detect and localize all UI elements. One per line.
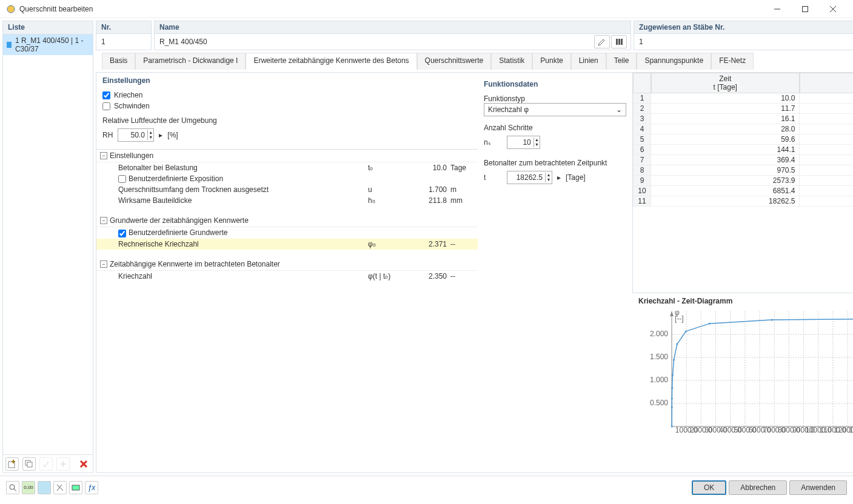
funktionstyp-select[interactable]: Kriechzahl φ ⌄	[484, 103, 626, 116]
svg-point-57	[671, 426, 673, 428]
tab-2[interactable]: Erweiterte zeitabhängige Kennwerte des B…	[246, 53, 416, 70]
tab-1[interactable]: Parametrisch - Dickwandige I	[135, 53, 246, 70]
rh-unit: [%]	[167, 131, 178, 139]
list-item[interactable]: 1 R_M1 400/450 | 1 - C30/37	[3, 35, 93, 55]
new-button[interactable]	[5, 457, 19, 471]
name-label: Name	[155, 21, 631, 34]
app-icon	[6, 4, 16, 14]
table-row[interactable]: 6144.11.449	[633, 145, 853, 155]
display-button[interactable]	[69, 481, 82, 494]
table-row[interactable]: 1118262.52.350	[633, 196, 853, 207]
tab-bar: BasisParametrisch - Dickwandige IErweite…	[96, 53, 853, 70]
rh-spinner[interactable]: ▲▼	[118, 128, 154, 142]
age-label: Betonalter zum betrachteten Zeitpunkt	[484, 159, 626, 167]
apply-button[interactable]: Anwenden	[789, 480, 847, 495]
steps-symbol: nₛ	[484, 138, 502, 147]
list-header: Liste	[3, 21, 93, 35]
name-input[interactable]	[158, 35, 593, 48]
chevron-down-icon: ⌄	[616, 105, 622, 114]
rh-symbol: RH	[102, 131, 113, 139]
row-t0: Betonalter bei Belastungt₀10.0Tage	[96, 162, 478, 173]
tab-9[interactable]: FE-Netz	[711, 53, 754, 70]
user-grundwerte-checkbox[interactable]	[118, 230, 126, 237]
table-row[interactable]: 7369.41.790	[633, 155, 853, 165]
svg-text:13000.0: 13000.0	[849, 426, 853, 434]
slider-icon[interactable]: ▸	[557, 173, 561, 182]
units-button[interactable]: 0,00	[22, 481, 35, 494]
svg-text:2.000: 2.000	[650, 330, 668, 338]
assign-label: Zugewiesen an Stäbe Nr.	[634, 21, 853, 34]
table-row[interactable]: 211.70.414	[633, 104, 853, 114]
table-row[interactable]: 316.10.610	[633, 114, 853, 124]
tab-0[interactable]: Basis	[102, 53, 135, 70]
function-button[interactable]: ƒx	[85, 481, 98, 494]
funktionstyp-label: Funktionstyp	[484, 94, 626, 103]
tab-4[interactable]: Statistik	[491, 53, 532, 70]
row-user-grund: Benutzerdefinierte Grundwerte	[96, 227, 478, 238]
zoom-button[interactable]	[6, 481, 19, 494]
group-grundwerte[interactable]: −Grundwerte der zeitabhängigen Kennwerte	[96, 214, 478, 227]
kriechen-checkbox[interactable]: Kriechen	[102, 91, 472, 99]
tab-6[interactable]: Linien	[571, 53, 606, 70]
tab-3[interactable]: Querschnittswerte	[417, 53, 492, 70]
library-button[interactable]	[611, 35, 627, 48]
age-spinner[interactable]: ▲▼	[507, 171, 552, 184]
rh-label: Relative Luftfeuchte der Umgebung	[102, 116, 472, 125]
maximize-button[interactable]	[791, 0, 819, 18]
tab-8[interactable]: Spannungspunkte	[637, 53, 711, 70]
svg-text:1.000: 1.000	[650, 376, 668, 384]
age-unit: [Tage]	[566, 173, 586, 182]
assign-input[interactable]	[638, 35, 853, 48]
nr-input[interactable]	[100, 35, 147, 48]
cancel-button[interactable]: Abbrechen	[729, 480, 787, 495]
svg-rect-7	[27, 462, 32, 467]
view-button[interactable]	[38, 481, 51, 494]
svg-point-60	[671, 387, 673, 389]
tool-3-button	[39, 457, 53, 471]
dimensions-button[interactable]	[53, 481, 67, 494]
table-row[interactable]: 8970.52.067	[633, 165, 853, 176]
window-title: Querschnitt bearbeiten	[19, 5, 763, 13]
schwinden-checkbox[interactable]: Schwinden	[102, 102, 472, 110]
delete-button[interactable]	[77, 457, 90, 471]
group-einstellungen[interactable]: −Einstellungen	[96, 150, 478, 162]
field-nr: Nr.	[96, 21, 152, 50]
slider-icon[interactable]: ▸	[159, 131, 162, 139]
svg-point-65	[709, 323, 711, 325]
svg-text:0.500: 0.500	[650, 399, 668, 407]
svg-point-66	[771, 319, 773, 320]
svg-point-0	[7, 5, 15, 13]
field-assign: Zugewiesen an Stäbe Nr.	[634, 21, 853, 50]
edit-name-button[interactable]	[594, 35, 610, 48]
close-button[interactable]	[819, 0, 847, 18]
copy-button[interactable]	[22, 457, 36, 471]
row-phi-t: Kriechzahlφ(t | t₀)2.350--	[96, 271, 478, 282]
funktionsdaten-header: Funktionsdaten	[484, 76, 626, 92]
group-zeitabh[interactable]: −Zeitabhängige Kennwerte im betrachteten…	[96, 258, 478, 271]
minimize-button[interactable]	[763, 0, 791, 18]
table-row[interactable]: 110.00.000	[633, 93, 853, 104]
age-symbol: t	[484, 173, 502, 182]
row-phi0: Rechnerische Kriechzahlφ₀2.371--	[96, 239, 478, 250]
steps-spinner[interactable]: ▲▼	[507, 136, 540, 149]
table-row[interactable]: 92573.92.235	[633, 176, 853, 186]
svg-rect-10	[621, 39, 623, 45]
tab-7[interactable]: Teile	[606, 53, 637, 70]
table-row[interactable]: 559.61.119	[633, 134, 853, 145]
creep-chart: 0.5001.0001.5002.0001000.02000.03000.040…	[638, 305, 853, 451]
steps-label: Anzahl Schritte	[484, 124, 626, 132]
table-row[interactable]: 428.00.838	[633, 124, 853, 134]
settings-header: Einstellungen	[96, 73, 478, 88]
row-u: Querschnittsumfang dem Trocknen ausgeset…	[96, 184, 478, 195]
ok-button[interactable]: OK	[692, 480, 726, 495]
tab-5[interactable]: Punkte	[532, 53, 570, 70]
title-bar: Querschnitt bearbeiten	[0, 0, 853, 18]
data-table[interactable]: Zeitt [Tage] Kriechzahlφ [--] 110.00.000…	[632, 73, 853, 293]
svg-rect-79	[72, 485, 79, 490]
svg-point-62	[673, 359, 675, 360]
svg-point-77	[10, 485, 15, 489]
exposition-checkbox[interactable]	[118, 175, 126, 183]
table-row[interactable]: 106851.42.316	[633, 186, 853, 196]
field-name: Name	[154, 21, 631, 50]
section-icon	[7, 42, 12, 48]
